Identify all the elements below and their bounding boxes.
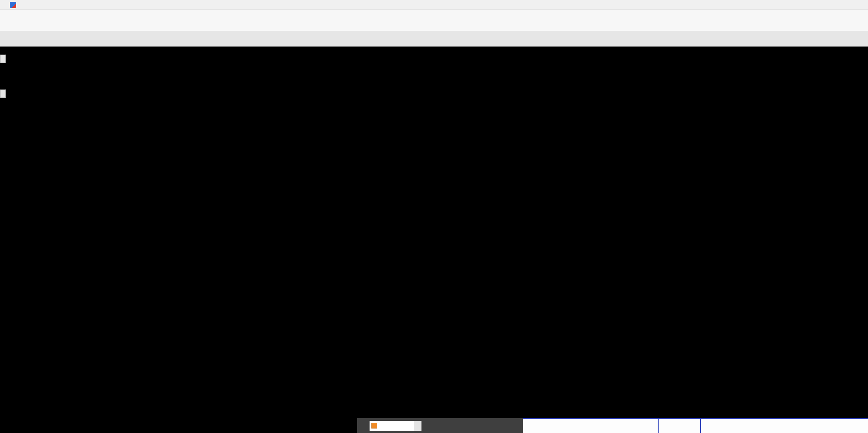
maximize-button[interactable] [833, 0, 849, 10]
design-company-calligraphy [523, 419, 658, 433]
collapsed-panel-close-button-2[interactable] [0, 89, 6, 98]
tab-overflow-button[interactable] [857, 31, 868, 47]
cad-drawing [0, 47, 868, 433]
app-logo-icon [10, 2, 16, 8]
minimize-button[interactable] [814, 0, 830, 10]
owner-name-cell [700, 419, 868, 433]
tab-bar [0, 31, 868, 47]
collapsed-panel-close-button-1[interactable] [0, 55, 6, 63]
dropdown-caret-icon[interactable] [414, 421, 421, 431]
sheet-title-block [523, 418, 868, 433]
title-bar [0, 0, 868, 10]
close-button[interactable] [852, 0, 868, 10]
cad-viewer-window [0, 0, 868, 433]
annotation-category-dropdown[interactable] [370, 421, 421, 431]
owner-label-cell [658, 419, 700, 433]
annotation-bar [357, 418, 523, 433]
main-toolbar [0, 10, 868, 31]
drawing-canvas[interactable] [0, 47, 868, 433]
category-color-swatch [371, 423, 377, 429]
